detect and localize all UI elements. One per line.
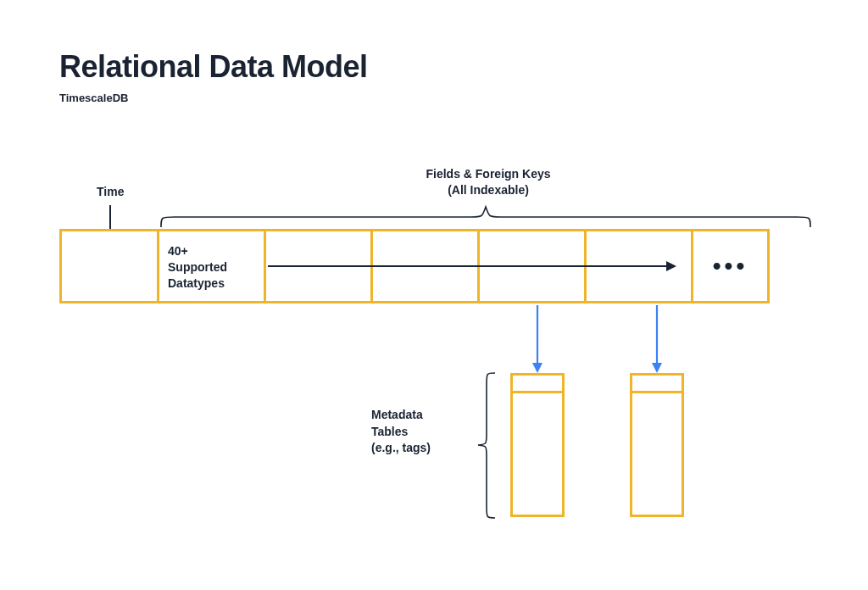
subtitle: TimescaleDB xyxy=(59,92,128,104)
metadata-label-line3: (e.g., tags) xyxy=(371,441,431,454)
page-title: Relational Data Model xyxy=(59,49,368,85)
top-brace-icon xyxy=(159,203,812,229)
svg-marker-3 xyxy=(532,363,542,373)
datatypes-arrow-icon xyxy=(268,260,676,272)
metadata-label-line2: Tables xyxy=(371,425,408,438)
svg-marker-5 xyxy=(652,363,662,373)
ellipsis-icon: ••• xyxy=(713,253,748,280)
time-label: Time xyxy=(97,185,124,198)
metadata-label: Metadata Tables (e.g., tags) xyxy=(371,407,431,457)
fields-label-line2: (All Indexable) xyxy=(448,183,529,197)
metadata-label-line1: Metadata xyxy=(371,408,423,421)
ellipsis-cell: ••• xyxy=(693,229,770,303)
fk-arrow-2-icon xyxy=(651,305,663,373)
svg-marker-1 xyxy=(666,261,676,271)
time-cell xyxy=(59,229,159,303)
time-tick xyxy=(109,205,111,229)
metadata-table-1 xyxy=(510,373,565,517)
datatypes-label: 40+ Supported Datatypes xyxy=(168,243,227,292)
fields-label-line1: Fields & Foreign Keys xyxy=(426,167,550,181)
data-cell-1: 40+ Supported Datatypes xyxy=(159,229,266,303)
metadata-table-2 xyxy=(630,373,684,517)
left-brace-icon xyxy=(476,371,497,520)
fk-arrow-1-icon xyxy=(531,305,543,373)
fields-label: Fields & Foreign Keys (All Indexable) xyxy=(159,166,817,198)
